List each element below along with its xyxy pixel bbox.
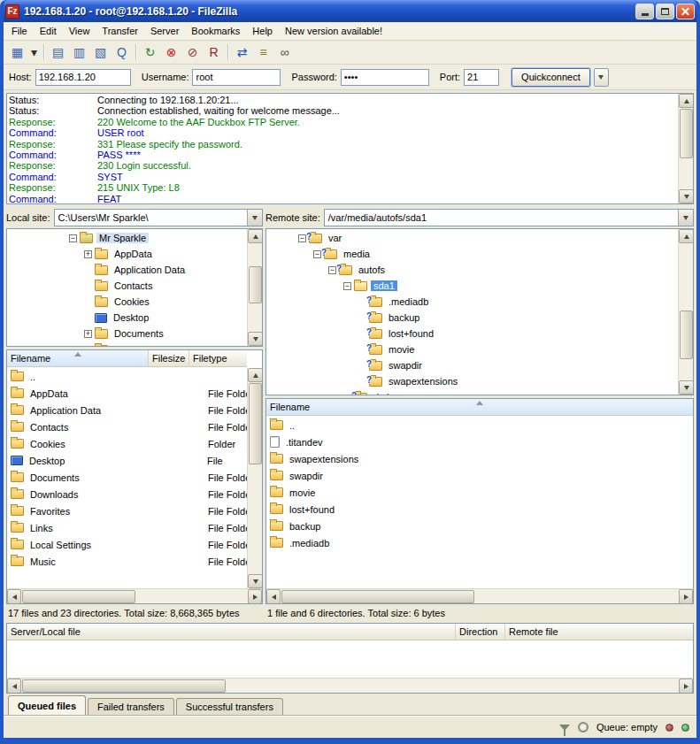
file-row[interactable]: Local Settings File Folder — [7, 536, 247, 553]
menu-server[interactable]: Server — [144, 23, 185, 39]
column-direction[interactable]: Direction — [456, 624, 505, 640]
username-input[interactable] — [192, 69, 281, 86]
scroll-up-button[interactable] — [679, 94, 694, 108]
synchronized-browsing-button[interactable]: ≡ — [253, 42, 273, 62]
scrollbar-thumb[interactable] — [680, 311, 693, 359]
scrollbar-thumb[interactable] — [281, 590, 474, 603]
scroll-down-button[interactable] — [679, 380, 694, 395]
cancel-button[interactable]: ⊗ — [161, 42, 181, 62]
remote-path-combobox[interactable]: /var/media/autofs/sda1 — [324, 209, 694, 226]
scroll-down-button[interactable] — [248, 332, 263, 346]
expander-icon[interactable]: + — [84, 346, 92, 348]
local-list-hscrollbar[interactable] — [7, 588, 262, 603]
expander-icon[interactable]: − — [328, 266, 336, 274]
combo-dropdown-button[interactable] — [247, 210, 262, 226]
tab-queued-files[interactable]: Queued files — [8, 695, 86, 715]
tree-item[interactable]: − var — [266, 230, 677, 246]
tree-item[interactable]: lost+found — [266, 326, 677, 341]
tree-item[interactable]: − autofs — [266, 262, 677, 278]
scroll-down-button[interactable] — [679, 189, 694, 203]
expander-icon[interactable]: − — [298, 234, 306, 242]
tree-item[interactable]: dvd — [266, 389, 677, 395]
expander-icon[interactable]: − — [313, 250, 321, 258]
file-row[interactable]: movie — [266, 484, 693, 501]
expander-icon[interactable]: − — [69, 234, 77, 242]
scroll-down-button[interactable] — [248, 574, 263, 588]
tree-item[interactable]: .mediadb — [266, 294, 677, 310]
menu-transfer[interactable]: Transfer — [96, 23, 144, 39]
file-row[interactable]: Application Data File Folder — [7, 402, 247, 418]
log-scrollbar[interactable] — [678, 94, 693, 203]
local-tree-scrollbar[interactable] — [247, 229, 262, 346]
file-row[interactable]: lost+found — [266, 501, 693, 518]
tree-item[interactable]: Application Data — [7, 262, 246, 278]
reconnect-button[interactable]: R — [204, 42, 224, 62]
menu-bookmarks[interactable]: Bookmarks — [185, 23, 246, 39]
tree-item-sda1[interactable]: − sda1 — [266, 278, 677, 294]
title-bar[interactable]: Fz 192.168.1.20 - root@192.168.1.20 - Fi… — [4, 0, 696, 22]
scrollbar-thumb[interactable] — [680, 109, 693, 158]
toolbar-separator[interactable] — [41, 42, 47, 62]
toggle-local-tree-button[interactable]: ▥ — [69, 42, 89, 62]
scroll-left-button[interactable] — [266, 589, 281, 604]
refresh-button[interactable]: ↻ — [140, 42, 160, 62]
local-path-combobox[interactable]: C:\Users\Mr Sparkle\ — [54, 209, 263, 226]
toolbar-separator[interactable] — [133, 42, 139, 62]
scroll-right-button[interactable] — [248, 589, 262, 604]
directory-compare-button[interactable]: ⇄ — [232, 42, 252, 62]
filter-toggle-icon[interactable] — [559, 725, 570, 731]
scroll-left-button[interactable] — [7, 589, 21, 604]
maximize-button[interactable] — [656, 4, 674, 19]
minimize-button[interactable] — [635, 4, 654, 19]
tree-item[interactable]: swapextensions — [266, 373, 677, 389]
close-button[interactable] — [676, 4, 695, 19]
disconnect-button[interactable]: ⊘ — [182, 42, 203, 62]
tree-item[interactable]: movie — [266, 341, 677, 357]
local-list-scrollbar[interactable] — [247, 368, 262, 588]
file-row[interactable]: Contacts File Folder — [7, 418, 247, 435]
tree-item[interactable]: − media — [266, 246, 677, 262]
quickconnect-dropdown-button[interactable] — [594, 68, 609, 87]
remote-list-hscrollbar[interactable] — [266, 588, 693, 603]
menu-file[interactable]: File — [5, 23, 34, 39]
quickconnect-button[interactable]: Quickconnect — [512, 68, 590, 87]
column-filename[interactable]: Filename — [7, 350, 149, 366]
host-input[interactable] — [35, 69, 131, 86]
file-row[interactable]: Links File Folder — [7, 519, 247, 536]
scrollbar-thumb[interactable] — [22, 590, 135, 603]
tree-item[interactable]: − Mr Sparkle — [7, 230, 246, 246]
file-row[interactable]: Cookies Folder — [7, 435, 247, 452]
scroll-up-button[interactable] — [248, 368, 263, 382]
tree-item[interactable]: swapdir — [266, 357, 677, 373]
column-filename[interactable]: Filename — [266, 399, 693, 415]
speed-limit-icon[interactable] — [578, 722, 588, 732]
find-files-button[interactable]: ∞ — [274, 42, 295, 62]
toggle-remote-tree-button[interactable]: ▧ — [90, 42, 111, 62]
file-row[interactable]: .titandev — [266, 433, 693, 450]
column-filetype[interactable]: Filetype — [189, 350, 247, 366]
expander-icon[interactable]: − — [343, 282, 351, 290]
column-server-local-file[interactable]: Server/Local file — [7, 624, 456, 640]
file-row[interactable]: backup — [266, 518, 693, 534]
file-row[interactable]: AppData File Folder — [7, 385, 247, 402]
toggle-queue-button[interactable]: Q — [112, 42, 132, 62]
scrollbar-thumb[interactable] — [249, 383, 262, 464]
port-input[interactable] — [464, 69, 499, 86]
file-row[interactable]: Desktop File — [7, 452, 247, 469]
scroll-right-button[interactable] — [679, 679, 693, 694]
tree-item[interactable]: + Downloads — [7, 341, 246, 347]
menu-view[interactable]: View — [63, 23, 96, 39]
remote-tree-scrollbar[interactable] — [678, 229, 693, 395]
menu-help[interactable]: Help — [246, 23, 279, 39]
expander-icon[interactable]: + — [84, 330, 92, 338]
password-input[interactable] — [341, 69, 429, 86]
tree-item[interactable]: Contacts — [7, 278, 246, 294]
site-manager-button[interactable]: ▦ — [7, 42, 27, 62]
toggle-message-log-button[interactable]: ▤ — [48, 42, 68, 62]
tab-successful-transfers[interactable]: Successful transfers — [176, 698, 283, 715]
tree-item[interactable]: Desktop — [7, 310, 246, 326]
expander-icon[interactable]: + — [84, 250, 92, 258]
scroll-right-button[interactable] — [679, 589, 693, 604]
tree-item[interactable]: + AppData — [7, 246, 246, 262]
scrollbar-thumb[interactable] — [22, 679, 226, 693]
